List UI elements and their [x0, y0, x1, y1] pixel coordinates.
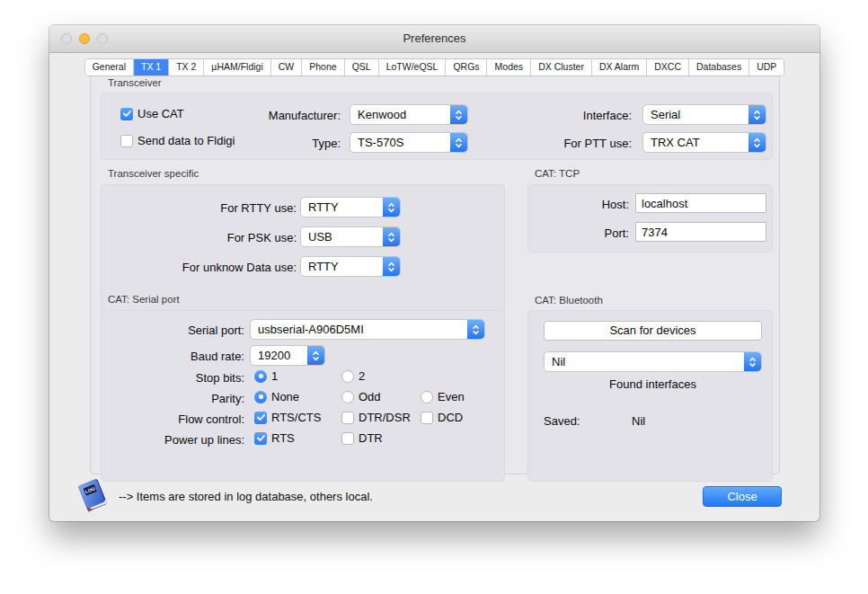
rtty-use-select[interactable]: RTTY: [300, 197, 401, 217]
cat-tcp-section-title: CAT: TCP: [535, 168, 580, 179]
flow-dcd-label: DCD: [438, 411, 463, 424]
flow-dtrdsr-checkbox[interactable]: [341, 412, 354, 424]
flow-dcd-option[interactable]: DCD: [421, 411, 463, 424]
preferences-window: Preferences General TX 1 TX 2 µHAM/Fldig…: [49, 25, 819, 521]
parity-odd-radio[interactable]: [341, 391, 354, 403]
tab-qsl[interactable]: QSL: [345, 59, 379, 75]
tab-dx-alarm[interactable]: DX Alarm: [592, 59, 647, 75]
power-dtr-checkbox[interactable]: [341, 432, 354, 445]
serial-port-value: usbserial-A906D5MI: [251, 320, 467, 339]
parity-label: Parity:: [110, 392, 244, 405]
parity-none-option[interactable]: None: [254, 390, 299, 403]
tab-phone[interactable]: Phone: [302, 59, 344, 75]
minimize-window-icon[interactable]: [79, 33, 90, 44]
use-cat-option[interactable]: Use CAT: [120, 107, 184, 120]
rtty-use-value: RTTY: [301, 198, 383, 217]
saved-label: Saved:: [544, 414, 580, 428]
cat-serial-section-title: CAT: Serial port: [108, 294, 180, 305]
flow-dcd-checkbox[interactable]: [421, 412, 433, 424]
type-select[interactable]: TS-570S: [350, 132, 468, 153]
tab-tx2[interactable]: TX 2: [169, 59, 204, 75]
saved-value: Nil: [632, 414, 645, 428]
interface-select[interactable]: Serial: [642, 104, 766, 125]
host-label: Host:: [539, 198, 629, 211]
close-button[interactable]: Close: [703, 486, 782, 507]
stepper-icon: [383, 227, 400, 246]
stepper-icon: [307, 346, 324, 365]
tab-lotw-eqsl[interactable]: LoTW/eQSL: [379, 59, 447, 75]
flow-rtscts-option[interactable]: RTS/CTS: [254, 411, 321, 424]
ptt-select[interactable]: TRX CAT: [642, 132, 766, 153]
power-dtr-option[interactable]: DTR: [341, 431, 383, 445]
tab-dx-cluster[interactable]: DX Cluster: [531, 59, 592, 75]
use-cat-checkbox[interactable]: [120, 108, 133, 120]
stop-bits-2-option[interactable]: 2: [341, 369, 365, 383]
tab-dxcc[interactable]: DXCC: [647, 59, 689, 75]
found-interfaces-select[interactable]: Nil: [544, 351, 762, 372]
stop-bits-2-label: 2: [359, 369, 365, 383]
send-fldigi-label: Send data to Fldigi: [137, 134, 235, 147]
tab-modes[interactable]: Modes: [488, 59, 532, 75]
scan-for-devices-button[interactable]: Scan for devices: [544, 321, 762, 341]
power-dtr-label: DTR: [359, 431, 383, 445]
stop-bits-1-radio[interactable]: [254, 370, 267, 383]
ptt-value: TRX CAT: [643, 133, 748, 152]
baud-rate-select[interactable]: 19200: [250, 345, 325, 366]
tab-general[interactable]: General: [85, 59, 134, 75]
power-rts-checkbox[interactable]: [254, 432, 267, 445]
port-input[interactable]: [635, 222, 766, 242]
transceiver-specific-section-title: Transceiver specific: [108, 168, 199, 179]
parity-odd-option[interactable]: Odd: [341, 390, 381, 403]
use-cat-label: Use CAT: [137, 107, 184, 120]
baud-rate-value: 19200: [251, 346, 307, 365]
stepper-icon: [744, 352, 761, 371]
parity-none-label: None: [271, 390, 299, 403]
flow-control-label: Flow control:: [110, 412, 244, 426]
tab-cw[interactable]: CW: [271, 59, 303, 75]
manufacturer-label: Manufacturer:: [206, 109, 341, 122]
stop-bits-1-option[interactable]: 1: [254, 369, 278, 383]
tab-uham-fldigi[interactable]: µHAM/Fldigi: [204, 59, 270, 75]
flow-rtscts-checkbox[interactable]: [254, 412, 267, 424]
parity-even-radio[interactable]: [421, 391, 433, 403]
check-icon: [256, 412, 266, 422]
type-value: TS-570S: [350, 133, 450, 152]
parity-none-radio[interactable]: [254, 391, 267, 403]
power-rts-option[interactable]: RTS: [254, 431, 295, 445]
tab-tx1[interactable]: TX 1: [134, 59, 169, 75]
psk-use-select[interactable]: USB: [300, 226, 401, 247]
interface-value: Serial: [643, 105, 748, 124]
zoom-window-icon[interactable]: [97, 33, 108, 44]
close-window-icon[interactable]: [61, 33, 72, 44]
unknown-data-use-select[interactable]: RTTY: [300, 256, 401, 277]
tab-qrgs[interactable]: QRGs: [446, 59, 487, 75]
baud-rate-label: Baud rate:: [110, 350, 244, 363]
stop-bits-2-radio[interactable]: [341, 370, 354, 383]
send-fldigi-checkbox[interactable]: [120, 135, 133, 147]
preferences-tab-bar: General TX 1 TX 2 µHAM/Fldigi CW Phone Q…: [84, 58, 785, 76]
stepper-icon: [383, 198, 400, 217]
unknown-data-use-label: For unknow Data use:: [135, 261, 297, 274]
flow-dtrdsr-option[interactable]: DTR/DSR: [341, 411, 411, 424]
parity-even-option[interactable]: Even: [421, 390, 465, 403]
footer-note: --> Items are stored in log database, ot…: [119, 490, 373, 503]
stepper-icon: [748, 133, 766, 152]
tab-databases[interactable]: Databases: [689, 59, 749, 75]
stepper-icon: [450, 133, 467, 152]
found-interfaces-caption: Found interfaces: [544, 377, 762, 391]
serial-port-label: Serial port:: [110, 324, 244, 337]
tab-udp[interactable]: UDP: [749, 59, 784, 75]
flow-rtscts-label: RTS/CTS: [271, 411, 321, 424]
power-rts-label: RTS: [271, 431, 295, 445]
log-book-icon: LOG: [74, 478, 111, 519]
serial-port-select[interactable]: usbserial-A906D5MI: [250, 319, 485, 340]
manufacturer-select[interactable]: Kenwood: [350, 104, 468, 125]
type-label: Type:: [251, 137, 341, 150]
title-bar[interactable]: Preferences: [49, 25, 819, 53]
window-title: Preferences: [49, 25, 819, 52]
stop-bits-label: Stop bits:: [110, 371, 244, 385]
host-input[interactable]: [635, 193, 766, 213]
manufacturer-value: Kenwood: [350, 105, 450, 124]
send-fldigi-option[interactable]: Send data to Fldigi: [120, 134, 235, 147]
ptt-label: For PTT use:: [542, 137, 632, 150]
